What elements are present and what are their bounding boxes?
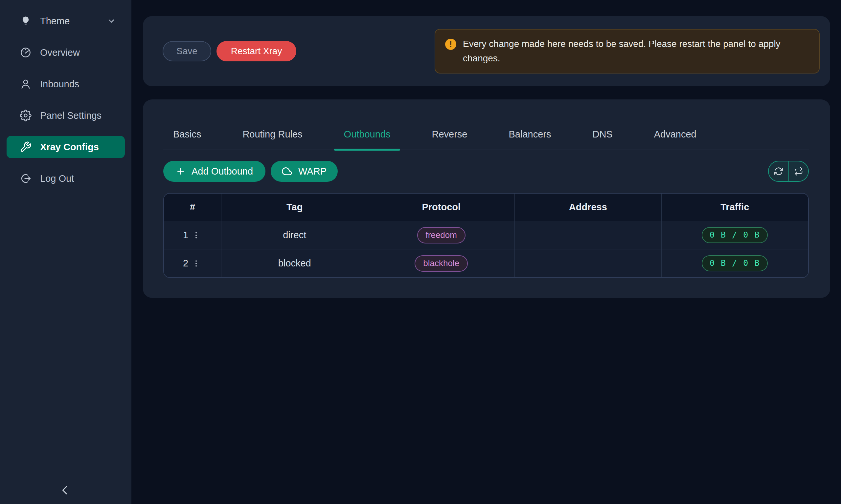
gauge-icon <box>20 47 32 58</box>
address-cell <box>515 221 662 249</box>
chevron-left-icon <box>58 484 72 497</box>
theme-selector[interactable]: Theme <box>6 10 125 32</box>
traffic-badge: 0 B / 0 B <box>702 227 768 243</box>
row-menu-button[interactable] <box>190 257 202 269</box>
tab-routing-rules[interactable]: Routing Rules <box>242 129 302 150</box>
warp-button[interactable]: WARP <box>271 161 338 182</box>
sidebar-item-label: Xray Configs <box>40 142 99 152</box>
sidebar-item-label: Inbounds <box>40 79 79 90</box>
wrench-icon <box>20 141 32 153</box>
plus-icon <box>176 166 186 176</box>
xray-config-card: Basics Routing Rules Outbounds Reverse B… <box>143 100 830 298</box>
tab-advanced[interactable]: Advanced <box>654 129 697 150</box>
tab-outbounds[interactable]: Outbounds <box>344 129 391 150</box>
protocol-badge: blackhole <box>415 255 468 272</box>
warning-icon: ! <box>445 39 456 50</box>
outbounds-actions-row: Add Outbound WARP <box>163 161 809 182</box>
theme-label: Theme <box>40 16 70 26</box>
tag-cell: direct <box>221 221 368 249</box>
add-outbound-label: Add Outbound <box>191 166 253 177</box>
refresh-icon <box>774 166 784 176</box>
row-index: 2 <box>183 258 188 269</box>
tab-reverse[interactable]: Reverse <box>432 129 467 150</box>
reload-loop-button[interactable] <box>788 161 808 181</box>
config-tabs: Basics Routing Rules Outbounds Reverse B… <box>163 100 809 150</box>
save-button[interactable]: Save <box>162 41 211 61</box>
outbounds-table: # Tag Protocol Address Traffic 1 <box>163 193 809 278</box>
sidebar-item-log-out[interactable]: Log Out <box>6 167 125 190</box>
row-index: 1 <box>183 230 188 240</box>
row-menu-button[interactable] <box>190 229 202 241</box>
user-icon <box>20 78 32 90</box>
table-refresh-group <box>768 161 809 182</box>
tab-balancers[interactable]: Balancers <box>509 129 551 150</box>
sidebar-item-label: Panel Settings <box>40 110 102 121</box>
table-row: 1 direct freedom 0 B / 0 B <box>164 221 808 249</box>
sidebar-item-label: Log Out <box>40 173 74 184</box>
protocol-badge: freedom <box>417 227 465 244</box>
cloud-icon <box>282 166 292 177</box>
main-content: Save Restart Xray ! Every change made he… <box>143 16 830 298</box>
lightbulb-icon <box>20 15 32 27</box>
restart-xray-button[interactable]: Restart Xray <box>217 41 297 61</box>
repeat-icon <box>794 167 803 176</box>
refresh-button[interactable] <box>769 161 788 181</box>
table-row: 2 blocked blackhole 0 B / 0 B <box>164 249 808 277</box>
sidebar-item-label: Overview <box>40 47 80 58</box>
sidebar-collapse-button[interactable] <box>55 482 75 499</box>
table-header-row: # Tag Protocol Address Traffic <box>164 194 808 221</box>
sidebar: Theme Overview Inbounds <box>0 0 132 504</box>
unsaved-changes-alert: ! Every change made here needs to be sav… <box>435 29 820 73</box>
tab-dns[interactable]: DNS <box>592 129 612 150</box>
tab-basics[interactable]: Basics <box>173 129 201 150</box>
toolbar-card: Save Restart Xray ! Every change made he… <box>143 16 830 86</box>
sidebar-item-inbounds[interactable]: Inbounds <box>6 73 125 95</box>
kebab-icon <box>191 231 201 240</box>
add-outbound-button[interactable]: Add Outbound <box>163 161 265 182</box>
gear-icon <box>20 110 32 121</box>
tag-cell: blocked <box>221 249 368 277</box>
column-header-index: # <box>164 194 221 221</box>
column-header-traffic: Traffic <box>662 194 808 221</box>
column-header-address: Address <box>515 194 662 221</box>
logout-icon <box>20 173 32 184</box>
sidebar-item-panel-settings[interactable]: Panel Settings <box>6 104 125 127</box>
sidebar-item-xray-configs[interactable]: Xray Configs <box>6 136 125 158</box>
warp-label: WARP <box>298 166 327 177</box>
traffic-badge: 0 B / 0 B <box>702 255 768 271</box>
kebab-icon <box>191 259 201 268</box>
alert-text: Every change made here needs to be saved… <box>463 37 809 66</box>
sidebar-item-overview[interactable]: Overview <box>6 41 125 64</box>
address-cell <box>515 249 662 277</box>
chevron-down-icon <box>106 16 116 26</box>
column-header-protocol: Protocol <box>368 194 515 221</box>
column-header-tag: Tag <box>221 194 368 221</box>
